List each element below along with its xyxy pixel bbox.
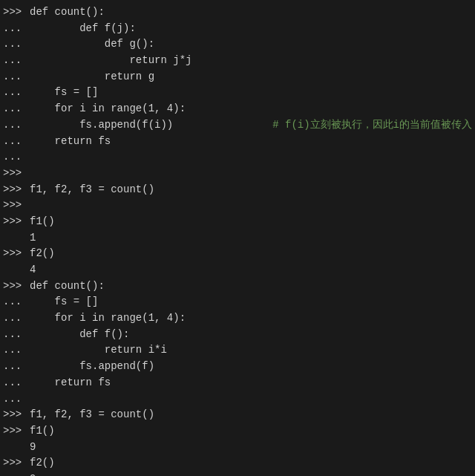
code-25: [30, 391, 472, 408]
code-line-20: ... for i in range(1, 4):: [3, 310, 472, 327]
code-4: return j*j: [30, 53, 472, 69]
code-3: def g():: [30, 36, 472, 53]
code-18: def count():: [30, 278, 472, 295]
code-24: return fs: [30, 375, 472, 391]
code-line-4: ... return j*j: [3, 53, 472, 69]
code-20: for i in range(1, 4):: [30, 310, 472, 327]
code-line-3: ... def g():: [3, 36, 472, 53]
code-line-21: ... def f():: [3, 327, 472, 343]
prompt-29: >>>: [3, 455, 30, 472]
code-22: return i*i: [30, 342, 472, 359]
prompt-12: >>>: [3, 182, 30, 198]
prompt-11: >>>: [3, 166, 30, 182]
prompt-22: ...: [3, 342, 30, 359]
prompt-26: >>>: [3, 407, 30, 423]
code-line-2: ... def f(j):: [3, 21, 472, 37]
code-19: fs = []: [30, 294, 472, 310]
code-14: f1(): [30, 214, 472, 230]
code-13: [30, 198, 472, 214]
output-value-3: 9: [3, 440, 36, 456]
code-16: f2(): [30, 246, 472, 262]
code-line-19: ... fs = []: [3, 294, 472, 310]
code-26: f1, f2, f3 = count(): [30, 407, 472, 423]
prompt-3: ...: [3, 36, 30, 53]
prompt-27: >>>: [3, 423, 30, 440]
code-line-23: ... fs.append(f): [3, 359, 472, 375]
code-line-9: ... return fs: [3, 134, 472, 150]
code-7: for i in range(1, 4):: [30, 101, 472, 117]
output-line-4: 9: [3, 472, 472, 476]
code-line-8: ... fs.append(f(i)) # f(i)立刻被执行，因此i的当前值被…: [3, 117, 472, 134]
code-27: f1(): [30, 423, 472, 440]
code-5: return g: [30, 69, 472, 85]
code-10: [30, 149, 472, 166]
prompt-25: ...: [3, 391, 30, 408]
code-line-29: >>> f2(): [3, 455, 472, 472]
code-8: fs.append(f(i)): [30, 117, 272, 134]
output-value-1: 1: [3, 230, 36, 247]
code-11: [30, 166, 472, 182]
prompt-9: ...: [3, 134, 30, 150]
prompt-4: ...: [3, 53, 30, 69]
code-line-10: ...: [3, 149, 472, 166]
prompt-14: >>>: [3, 214, 30, 230]
code-line-14: >>> f1(): [3, 214, 472, 230]
code-2: def f(j):: [30, 21, 472, 37]
prompt-19: ...: [3, 294, 30, 310]
code-1: def count():: [30, 4, 472, 21]
code-line-16: >>> f2(): [3, 246, 472, 262]
prompt-24: ...: [3, 375, 30, 391]
code-line-18: >>> def count():: [3, 278, 472, 295]
code-line-13: >>>: [3, 198, 472, 214]
code-9: return fs: [30, 134, 472, 150]
prompt-23: ...: [3, 359, 30, 375]
prompt-13: >>>: [3, 198, 30, 214]
output-line-2: 4: [3, 262, 472, 278]
prompt-21: ...: [3, 327, 30, 343]
output-line-1: 1: [3, 230, 472, 247]
prompt-16: >>>: [3, 246, 30, 262]
prompt-7: ...: [3, 101, 30, 117]
prompt-6: ...: [3, 85, 30, 101]
code-line-5: ... return g: [3, 69, 472, 85]
comment-8: # f(i)立刻被执行，因此i的当前值被传入: [272, 117, 472, 134]
terminal: >>> def count(): ... def f(j): ... def g…: [0, 0, 475, 476]
code-29: f2(): [30, 455, 472, 472]
prompt-5: ...: [3, 69, 30, 85]
code-line-26: >>> f1, f2, f3 = count(): [3, 407, 472, 423]
code-line-24: ... return fs: [3, 375, 472, 391]
prompt-10: ...: [3, 149, 30, 166]
code-line-6: ... fs = []: [3, 85, 472, 101]
code-12: f1, f2, f3 = count(): [30, 182, 472, 198]
output-value-4: 9: [3, 472, 36, 476]
code-21: def f():: [30, 327, 472, 343]
code-line-22: ... return i*i: [3, 342, 472, 359]
code-line-1: >>> def count():: [3, 4, 472, 21]
output-value-2: 4: [3, 262, 36, 278]
code-line-27: >>> f1(): [3, 423, 472, 440]
code-line-12: >>> f1, f2, f3 = count(): [3, 182, 472, 198]
code-line-25: ...: [3, 391, 472, 408]
output-line-3: 9: [3, 440, 472, 456]
prompt-8: ...: [3, 117, 30, 134]
code-23: fs.append(f): [30, 359, 472, 375]
code-6: fs = []: [30, 85, 472, 101]
prompt-1: >>>: [3, 4, 30, 21]
prompt-2: ...: [3, 21, 30, 37]
prompt-18: >>>: [3, 278, 30, 295]
code-line-7: ... for i in range(1, 4):: [3, 101, 472, 117]
code-line-11: >>>: [3, 166, 472, 182]
prompt-20: ...: [3, 310, 30, 327]
